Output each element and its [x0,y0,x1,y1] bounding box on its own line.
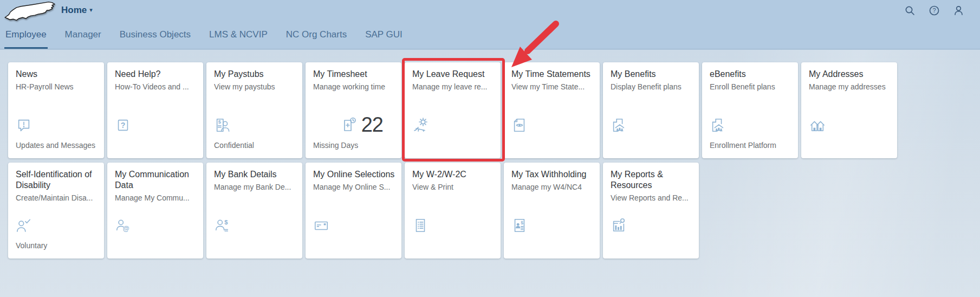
tile-my-timesheet[interactable]: My Timesheet Manage working time 22 Miss… [306,62,401,158]
tab-employee[interactable]: Employee [4,21,48,49]
benefits-house-icon [611,117,627,133]
tab-business-objects[interactable]: Business Objects [119,21,192,49]
vacation-sun-icon [412,116,430,133]
home-menu-button[interactable]: Home▾ [61,5,93,16]
person-at-icon: @ [115,217,131,234]
tile-my-communication-data[interactable]: My Communication Data Manage My Commu...… [107,163,203,259]
tile-my-addresses[interactable]: My Addresses Manage my addresses [801,62,897,158]
missing-days-count: 22 [361,113,383,137]
tile-subtitle: How-To Videos and ... [115,82,197,91]
svg-text:$: $ [521,220,523,225]
timesheet-clock-icon [340,115,358,135]
tile-subtitle: Manage my W4/NC4 [511,183,593,191]
tile-row-1: News HR-Payroll News Updates and Message… [8,62,897,158]
tile-footer: Updates and Messages [16,141,99,150]
paystub-person-icon: $ [214,117,230,133]
person-check-icon [16,217,32,234]
tile-title: My Paystubs [214,69,296,80]
houses-icon [809,117,826,133]
tile-subtitle: View my Time State... [511,82,593,91]
question-mark-icon: ? [115,117,131,133]
tile-subtitle: Manage working time [313,82,395,91]
tile-subtitle: View & Print [412,183,494,191]
tile-my-tax-withholding[interactable]: My Tax Withholding Manage my W4/NC4 $ [504,163,600,259]
tile-row-2: Self-Identification of Disability Create… [8,163,897,259]
tile-my-bank-details[interactable]: My Bank Details Manage my Bank De... $ [206,163,302,259]
tile-subtitle: HR-Payroll News [16,82,98,91]
svg-text:?: ? [121,121,126,130]
help-icon[interactable]: ? [929,5,939,16]
tile-canvas: News HR-Payroll News Updates and Message… [0,50,980,297]
tab-bar: Employee Manager Business Objects LMS & … [0,21,980,49]
tile-title: My Time Statements [511,69,593,80]
tile-subtitle: Manage My Online S... [313,183,395,191]
tile-need-help[interactable]: Need Help? How-To Videos and ... ? [107,62,203,158]
tab-nc-org-charts[interactable]: NC Org Charts [285,21,348,49]
tile-title: My W-2/W-2C [412,169,494,180]
tile-my-leave-request[interactable]: My Leave Request Manage my leave re... [405,62,501,158]
tile-footer: Enrollment Platform [710,141,793,150]
tile-ebenefits[interactable]: eBenefits Enroll Benefit plans Enrollmen… [702,62,798,158]
tax-document-icon: $ [511,217,528,234]
tile-my-paystubs[interactable]: My Paystubs View my paystubs $ Confident… [206,62,302,158]
tile-my-benefits[interactable]: My Benefits Display Benefit plans [603,62,699,158]
tile-subtitle: View Reports and Re... [611,193,692,202]
svg-text:@: @ [123,225,129,233]
tile-title: eBenefits [710,69,791,80]
page-title: Home [61,5,87,15]
tile-subtitle: Create/Maintain Disa... [16,193,98,202]
tile-my-online-selections[interactable]: My Online Selections Manage My Online S.… [306,163,401,259]
tile-my-time-statements[interactable]: My Time Statements View my Time State... [504,62,600,158]
tile-my-reports-resources[interactable]: My Reports & Resources View Reports and … [603,163,699,259]
svg-text:$: $ [224,219,228,225]
tile-subtitle: Manage My Commu... [115,193,197,202]
missing-days-kpi: 22 [340,113,383,137]
tile-title: News [16,69,98,80]
tile-title: Need Help? [115,69,197,80]
envelope-icon [313,217,329,234]
search-icon[interactable] [905,5,915,16]
tile-footer: Voluntary [16,241,99,250]
tab-sap-gui[interactable]: SAP GUI [364,21,404,49]
tab-lms-ncvip[interactable]: LMS & NCVIP [208,21,269,49]
tile-title: My Addresses [809,69,891,80]
tile-subtitle: Manage my addresses [809,82,891,91]
tile-news[interactable]: News HR-Payroll News Updates and Message… [8,62,104,158]
tile-footer: Missing Days [313,141,396,150]
tab-manager[interactable]: Manager [64,21,102,49]
tile-subtitle: Enroll Benefit plans [710,82,791,91]
tile-subtitle: View my paystubs [214,82,296,91]
tile-title: My Bank Details [214,169,296,180]
w2-document-icon [412,217,429,234]
tile-self-identification-of-disability[interactable]: Self-Identification of Disability Create… [8,163,104,259]
tile-subtitle: Manage my Bank De... [214,183,296,191]
tile-title: My Timesheet [313,69,395,80]
document-eye-icon [511,117,528,133]
tile-subtitle: Manage my leave re... [412,82,494,91]
profile-icon[interactable] [953,5,964,16]
svg-text:$: $ [218,119,222,125]
tile-title: Self-Identification of Disability [16,169,98,191]
chevron-down-icon: ▾ [89,7,93,13]
tile-title: My Tax Withholding [511,169,593,180]
tile-title: My Online Selections [313,169,395,180]
tile-title: My Communication Data [115,169,197,191]
exclamation-bubble-icon [16,117,32,133]
tile-footer: Confidential [214,141,297,150]
header-actions: ? [905,5,964,16]
ebenefits-house-icon [710,117,726,133]
report-search-icon [611,217,627,234]
svg-text:?: ? [932,7,936,14]
tile-title: My Leave Request [412,69,494,80]
tile-my-w2-w2c[interactable]: My W-2/W-2C View & Print [405,163,501,259]
top-bar: Home▾ ? [0,0,980,21]
tile-subtitle: Display Benefit plans [611,82,692,91]
tile-title: My Benefits [611,69,692,80]
tile-title: My Reports & Resources [611,169,692,191]
tile-grid: News HR-Payroll News Updates and Message… [8,62,897,263]
person-dollar-icon: $ [214,217,230,234]
